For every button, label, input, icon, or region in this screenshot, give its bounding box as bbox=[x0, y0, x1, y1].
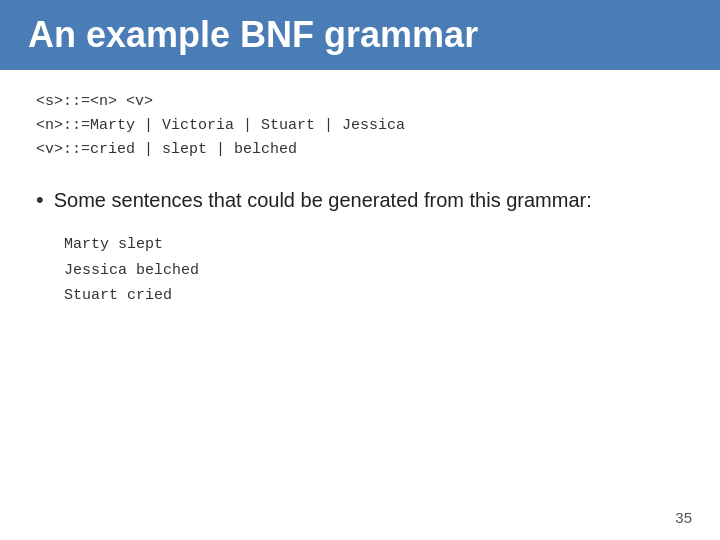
page-number: 35 bbox=[675, 509, 692, 526]
content-area: <s>::=<n> <v> <n>::=Marty | Victoria | S… bbox=[0, 70, 720, 329]
examples-block: Marty slept Jessica belched Stuart cried bbox=[64, 232, 684, 309]
grammar-line-2: <n>::=Marty | Victoria | Stuart | Jessic… bbox=[36, 114, 684, 138]
bullet-section: • Some sentences that could be generated… bbox=[36, 186, 684, 214]
example-line-3: Stuart cried bbox=[64, 283, 684, 309]
example-line-2: Jessica belched bbox=[64, 258, 684, 284]
example-line-1: Marty slept bbox=[64, 232, 684, 258]
slide: An example BNF grammar <s>::=<n> <v> <n>… bbox=[0, 0, 720, 540]
slide-title: An example BNF grammar bbox=[28, 14, 478, 55]
grammar-line-3: <v>::=cried | slept | belched bbox=[36, 138, 684, 162]
bullet-icon: • bbox=[36, 187, 44, 213]
header-bar: An example BNF grammar bbox=[0, 0, 720, 70]
bullet-text: Some sentences that could be generated f… bbox=[54, 186, 592, 214]
grammar-block: <s>::=<n> <v> <n>::=Marty | Victoria | S… bbox=[36, 90, 684, 162]
grammar-line-1: <s>::=<n> <v> bbox=[36, 90, 684, 114]
